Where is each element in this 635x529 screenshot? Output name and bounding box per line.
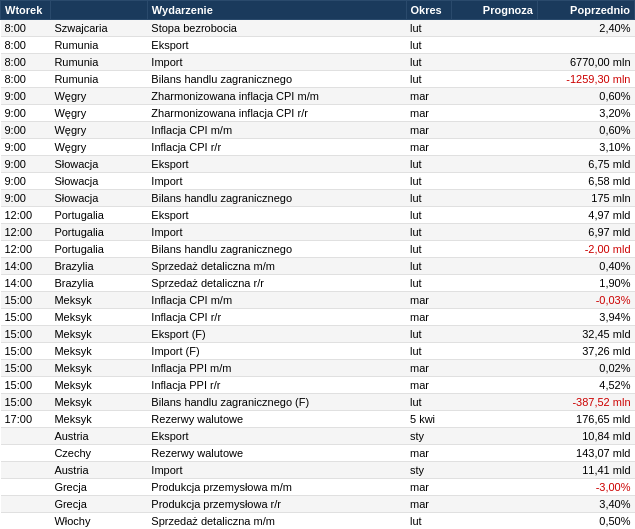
- cell-event: Zharmonizowana inflacja CPI m/m: [147, 88, 406, 105]
- cell-period: mar: [406, 122, 451, 139]
- table-row: 8:00SzwajcariaStopa bezrobocialut2,40%: [1, 20, 635, 37]
- cell-time: 9:00: [1, 88, 51, 105]
- cell-previous: -3,00%: [537, 479, 634, 496]
- cell-previous: 10,84 mld: [537, 428, 634, 445]
- cell-previous: 175 mln: [537, 190, 634, 207]
- cell-event: Bilans handlu zagranicznego (F): [147, 394, 406, 411]
- cell-time: 15:00: [1, 309, 51, 326]
- cell-previous: 4,52%: [537, 377, 634, 394]
- table-row: GrecjaProdukcja przemysłowa m/mmar-3,00%: [1, 479, 635, 496]
- cell-forecast: [451, 122, 537, 139]
- cell-forecast: [451, 343, 537, 360]
- cell-previous: 6,75 mld: [537, 156, 634, 173]
- cell-previous: -0,03%: [537, 292, 634, 309]
- cell-forecast: [451, 513, 537, 530]
- cell-period: lut: [406, 37, 451, 54]
- cell-forecast: [451, 394, 537, 411]
- cell-forecast: [451, 258, 537, 275]
- table-row: 9:00WęgryZharmonizowana inflacja CPI r/r…: [1, 105, 635, 122]
- cell-event: Rezerwy walutowe: [147, 445, 406, 462]
- cell-previous: 6770,00 mln: [537, 54, 634, 71]
- cell-forecast: [451, 88, 537, 105]
- cell-previous: 6,58 mld: [537, 173, 634, 190]
- cell-previous: 176,65 mld: [537, 411, 634, 428]
- cell-forecast: [451, 156, 537, 173]
- cell-event: Rezerwy walutowe: [147, 411, 406, 428]
- table-row: 12:00PortugaliaImportlut6,97 mld: [1, 224, 635, 241]
- cell-time: [1, 496, 51, 513]
- cell-time: 14:00: [1, 275, 51, 292]
- cell-country: Brazylia: [50, 258, 147, 275]
- table-row: GrecjaProdukcja przemysłowa r/rmar3,40%: [1, 496, 635, 513]
- cell-period: lut: [406, 54, 451, 71]
- cell-country: Węgry: [50, 122, 147, 139]
- cell-forecast: [451, 54, 537, 71]
- cell-previous: 3,10%: [537, 139, 634, 156]
- cell-time: [1, 462, 51, 479]
- cell-event: Eksport: [147, 37, 406, 54]
- cell-time: 9:00: [1, 190, 51, 207]
- table-row: 17:00MeksykRezerwy walutowe5 kwi176,65 m…: [1, 411, 635, 428]
- cell-forecast: [451, 207, 537, 224]
- cell-period: lut: [406, 241, 451, 258]
- cell-time: 8:00: [1, 54, 51, 71]
- cell-time: 15:00: [1, 377, 51, 394]
- cell-event: Inflacja CPI m/m: [147, 122, 406, 139]
- cell-time: 9:00: [1, 139, 51, 156]
- cell-previous: 143,07 mld: [537, 445, 634, 462]
- header-previous: Poprzednio: [537, 1, 634, 20]
- cell-country: Słowacja: [50, 190, 147, 207]
- cell-event: Import: [147, 173, 406, 190]
- cell-period: mar: [406, 445, 451, 462]
- cell-previous: 37,26 mld: [537, 343, 634, 360]
- cell-previous: -1259,30 mln: [537, 71, 634, 88]
- cell-period: sty: [406, 428, 451, 445]
- cell-forecast: [451, 190, 537, 207]
- table-row: 15:00MeksykBilans handlu zagranicznego (…: [1, 394, 635, 411]
- cell-previous: 4,97 mld: [537, 207, 634, 224]
- cell-country: Meksyk: [50, 377, 147, 394]
- cell-time: 14:00: [1, 258, 51, 275]
- cell-previous: 3,94%: [537, 309, 634, 326]
- cell-country: Czechy: [50, 445, 147, 462]
- cell-period: lut: [406, 173, 451, 190]
- cell-country: Portugalia: [50, 224, 147, 241]
- cell-event: Bilans handlu zagranicznego: [147, 241, 406, 258]
- cell-period: lut: [406, 258, 451, 275]
- cell-forecast: [451, 445, 537, 462]
- cell-event: Sprzedaż detaliczna m/m: [147, 258, 406, 275]
- cell-period: mar: [406, 88, 451, 105]
- cell-event: Bilans handlu zagranicznego: [147, 71, 406, 88]
- cell-country: Węgry: [50, 88, 147, 105]
- table-row: AustriaEksportsty10,84 mld: [1, 428, 635, 445]
- table-row: 8:00RumuniaImportlut6770,00 mln: [1, 54, 635, 71]
- cell-time: 12:00: [1, 207, 51, 224]
- cell-time: [1, 513, 51, 530]
- cell-previous: 32,45 mld: [537, 326, 634, 343]
- table-row: 12:00PortugaliaEksportlut4,97 mld: [1, 207, 635, 224]
- cell-country: Portugalia: [50, 241, 147, 258]
- header-period: Okres: [406, 1, 451, 20]
- cell-country: Meksyk: [50, 411, 147, 428]
- cell-country: Meksyk: [50, 394, 147, 411]
- cell-forecast: [451, 224, 537, 241]
- cell-event: Inflacja PPI r/r: [147, 377, 406, 394]
- cell-period: mar: [406, 496, 451, 513]
- table-row: 12:00PortugaliaBilans handlu zagraniczne…: [1, 241, 635, 258]
- cell-period: lut: [406, 394, 451, 411]
- cell-event: Eksport: [147, 428, 406, 445]
- cell-time: 9:00: [1, 173, 51, 190]
- cell-time: 15:00: [1, 343, 51, 360]
- cell-country: Meksyk: [50, 309, 147, 326]
- cell-country: Meksyk: [50, 326, 147, 343]
- cell-event: Eksport: [147, 207, 406, 224]
- cell-forecast: [451, 428, 537, 445]
- table-row: 8:00RumuniaEksportlut: [1, 37, 635, 54]
- cell-period: lut: [406, 20, 451, 37]
- cell-forecast: [451, 326, 537, 343]
- table-row: 15:00MeksykInflacja CPI r/rmar3,94%: [1, 309, 635, 326]
- cell-event: Import: [147, 54, 406, 71]
- header-country: [50, 1, 147, 20]
- cell-country: Węgry: [50, 105, 147, 122]
- cell-previous: -2,00 mld: [537, 241, 634, 258]
